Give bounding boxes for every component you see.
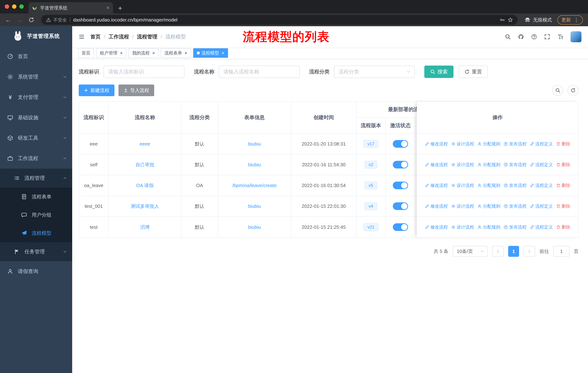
tag-home[interactable]: 首页 <box>78 48 94 58</box>
action-assign[interactable]: 分配规则 <box>477 224 500 230</box>
version-badge[interactable]: v4 <box>365 202 377 210</box>
close-window-button[interactable] <box>5 4 9 9</box>
process-name-input[interactable] <box>219 66 300 78</box>
fullscreen-icon[interactable] <box>544 34 550 40</box>
sidebar-item-task-management[interactable]: 任务管理 <box>0 242 72 261</box>
minimize-window-button[interactable] <box>12 4 16 9</box>
action-edit[interactable]: 修改流程 <box>425 203 448 209</box>
action-delete[interactable]: 删除 <box>556 182 570 188</box>
active-toggle[interactable] <box>393 140 408 148</box>
sidebar-item-home[interactable]: 首页 <box>0 46 72 67</box>
breadcrumb-workflow[interactable]: 工作流程 <box>109 33 129 40</box>
process-name-link[interactable]: eeee <box>140 141 150 147</box>
action-edit[interactable]: 修改流程 <box>425 224 448 230</box>
reload-icon[interactable] <box>28 17 34 23</box>
action-publish[interactable]: 发布流程 <box>504 224 526 230</box>
action-design[interactable]: 设计流程 <box>451 224 474 230</box>
back-icon[interactable]: ← <box>5 17 11 23</box>
tag-process-form[interactable]: 流程表单 × <box>161 48 191 58</box>
sidebar-item-payment[interactable]: ¥ 支付管理 <box>0 87 72 107</box>
action-publish[interactable]: 发布流程 <box>504 141 526 147</box>
sidebar-item-leave-query[interactable]: 请假查询 <box>0 261 72 282</box>
form-link[interactable]: biubiu <box>248 224 261 230</box>
action-assign[interactable]: 分配规则 <box>477 162 500 168</box>
action-definition[interactable]: 流程定义 <box>530 182 553 188</box>
action-edit[interactable]: 修改流程 <box>425 182 448 188</box>
action-delete[interactable]: 删除 <box>556 203 570 209</box>
process-name-link[interactable]: 滔博 <box>140 224 150 230</box>
action-publish[interactable]: 发布流程 <box>504 182 526 188</box>
sidebar-item-workflow[interactable]: 工作流程 <box>0 148 72 169</box>
avatar[interactable] <box>570 31 581 42</box>
new-tab-button[interactable]: + <box>118 5 122 12</box>
process-name-link[interactable]: 自己审批 <box>136 161 154 168</box>
browser-menu-icon[interactable]: ⋮ <box>574 17 579 23</box>
active-toggle[interactable] <box>393 181 408 189</box>
version-badge[interactable]: v2 <box>365 161 377 169</box>
sidebar-item-system[interactable]: 系统管理 <box>0 67 72 87</box>
form-link[interactable]: biubiu <box>248 203 261 209</box>
sidebar-item-infra[interactable]: 基础设施 <box>0 107 72 128</box>
action-design[interactable]: 设计流程 <box>451 162 474 168</box>
goto-page-input[interactable] <box>553 246 569 257</box>
reset-button[interactable]: 重置 <box>459 66 488 78</box>
sidebar-item-user-group[interactable]: 用户分组 <box>0 206 72 224</box>
create-process-button[interactable]: 新建流程 <box>79 84 115 96</box>
action-definition[interactable]: 流程定义 <box>530 162 553 168</box>
active-toggle[interactable] <box>393 202 408 210</box>
close-icon[interactable]: × <box>184 51 187 55</box>
version-badge[interactable]: v5 <box>365 181 377 189</box>
breadcrumb-process-management[interactable]: 流程管理 <box>137 33 158 40</box>
version-badge[interactable]: v21 <box>363 223 378 231</box>
action-delete[interactable]: 删除 <box>556 141 570 147</box>
form-link[interactable]: /bpm/oa/leave/create <box>232 183 277 188</box>
action-definition[interactable]: 流程定义 <box>530 224 553 230</box>
action-assign[interactable]: 分配规则 <box>477 141 500 147</box>
close-icon[interactable]: × <box>120 51 123 55</box>
url-bar[interactable]: 不安全 dashboard.yudao.iocoder.cn/bpm/manag… <box>41 15 518 25</box>
action-edit[interactable]: 修改流程 <box>425 141 448 147</box>
action-delete[interactable]: 删除 <box>556 162 570 168</box>
next-page-button[interactable] <box>524 246 535 257</box>
sidebar-item-process-model[interactable]: 流程模型 <box>0 224 72 242</box>
action-design[interactable]: 设计流程 <box>451 203 474 209</box>
action-delete[interactable]: 删除 <box>556 224 570 230</box>
form-link[interactable]: biubiu <box>248 141 261 147</box>
action-publish[interactable]: 发布流程 <box>504 203 526 209</box>
tag-my-process[interactable]: 我的流程 × <box>128 48 158 58</box>
version-badge[interactable]: v17 <box>363 140 378 148</box>
font-size-icon[interactable] <box>557 34 563 40</box>
action-definition[interactable]: 流程定义 <box>530 203 553 209</box>
prev-page-button[interactable] <box>492 246 504 257</box>
github-icon[interactable] <box>518 34 524 40</box>
action-design[interactable]: 设计流程 <box>451 182 474 188</box>
bookmark-star-icon[interactable] <box>508 17 513 22</box>
action-design[interactable]: 设计流程 <box>451 141 474 147</box>
active-toggle[interactable] <box>393 161 408 169</box>
close-icon[interactable]: × <box>152 51 155 55</box>
process-name-link[interactable]: 测试多审批人 <box>131 203 159 210</box>
search-icon[interactable] <box>505 34 511 40</box>
chrome-update-button[interactable]: 更新 ⋮ <box>557 15 583 25</box>
import-process-button[interactable]: 导入流程 <box>118 84 154 96</box>
refresh-table-button[interactable] <box>567 85 578 96</box>
tag-process-model[interactable]: 流程模型 × <box>193 48 228 58</box>
tab-close-icon[interactable]: × <box>106 5 109 10</box>
page-size-select[interactable]: 10条/页 <box>453 246 488 257</box>
sidebar-item-devtools[interactable]: 研发工具 <box>0 128 72 148</box>
action-assign[interactable]: 分配规则 <box>477 203 500 209</box>
key-icon[interactable] <box>500 17 505 22</box>
browser-tab[interactable]: 芋道管理系统 × <box>28 2 113 13</box>
close-icon[interactable]: × <box>222 51 224 55</box>
action-publish[interactable]: 发布流程 <box>504 162 526 168</box>
sidebar-item-process-management[interactable]: 流程管理 <box>0 169 72 188</box>
tag-tenant[interactable]: 租户管理 × <box>96 48 126 58</box>
breadcrumb-home[interactable]: 首页 <box>90 33 101 40</box>
active-toggle[interactable] <box>393 223 408 231</box>
action-definition[interactable]: 流程定义 <box>530 141 553 147</box>
process-id-input[interactable] <box>104 66 184 78</box>
forward-icon[interactable]: → <box>17 17 23 23</box>
sidebar-item-process-form[interactable]: 流程表单 <box>0 188 72 206</box>
zoom-window-button[interactable] <box>19 4 24 9</box>
page-number-current[interactable]: 1 <box>508 246 519 257</box>
